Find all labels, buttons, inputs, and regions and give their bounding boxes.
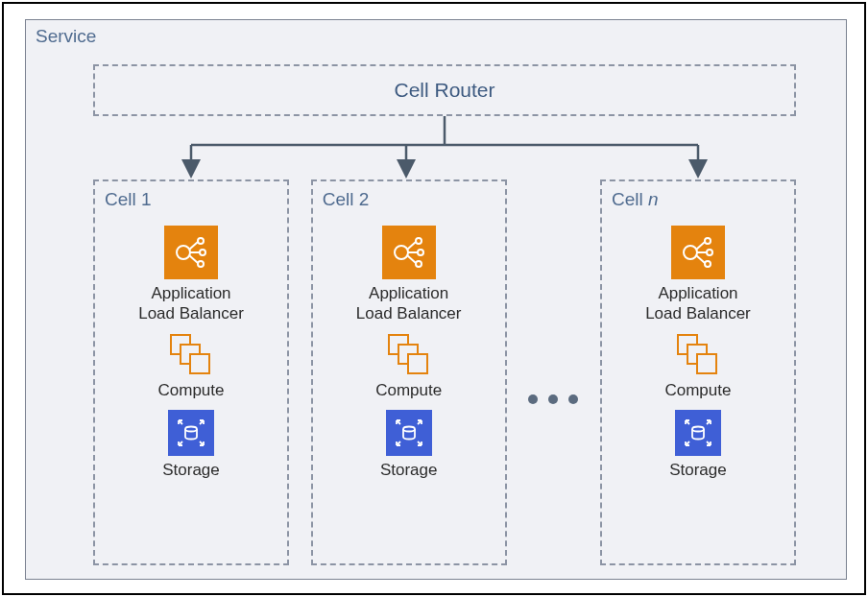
svg-point-21 [684,246,697,259]
svg-point-6 [198,238,204,244]
cell-label-prefix: Cell [612,189,648,209]
svg-line-19 [407,255,416,263]
service-label: Service [36,26,96,47]
cell-label-num: n [648,189,659,209]
storage-icon [386,410,432,456]
alb-label: Application Load Balancer [356,283,462,324]
compute-label: Compute [664,380,731,400]
alb-label-line2: Load Balancer [645,304,751,322]
compute-component: Compute [664,334,731,400]
alb-label-line1: Application [151,284,230,302]
svg-line-27 [696,255,705,263]
svg-line-25 [696,242,705,250]
cell-box-n: Cell n Application Load Balancer Compu [600,179,796,565]
storage-label: Storage [380,460,438,480]
cells-row: Cell 1 Application Load Balancer Compu [93,179,796,571]
alb-label-line1: Application [658,284,737,302]
cell-box-1: Cell 1 Application Load Balancer Compu [93,179,289,565]
svg-point-28 [692,426,704,431]
cell-box-2: Cell 2 Application Load Balancer Compu [311,179,507,565]
compute-label: Compute [375,380,442,400]
svg-point-15 [418,250,423,255]
svg-point-23 [707,250,712,255]
cell-label: Cell 2 [323,189,370,210]
cell-label-prefix: Cell [105,189,141,209]
storage-label: Storage [162,460,220,480]
svg-point-22 [705,238,711,244]
load-balancer-icon [164,226,218,279]
svg-point-14 [416,238,422,244]
alb-label: Application Load Balancer [645,283,751,324]
storage-component: Storage [380,410,438,480]
compute-icon [166,334,216,376]
load-balancer-icon [671,226,725,279]
svg-point-5 [177,246,190,259]
load-balancer-icon [382,226,436,279]
svg-point-7 [200,250,205,255]
compute-icon [384,334,434,376]
cell-label: Cell 1 [105,189,152,210]
compute-component: Compute [158,334,225,400]
compute-icon [673,334,723,376]
compute-label: Compute [158,380,225,400]
svg-line-11 [189,255,198,263]
service-container: Service Cell Router Cell 1 [25,19,847,580]
compute-component: Compute [375,334,442,400]
alb-label: Application Load Balancer [138,283,244,324]
alb-label-line2: Load Balancer [356,304,462,322]
svg-point-13 [395,246,408,259]
svg-point-16 [416,261,422,267]
svg-point-20 [403,426,415,431]
cell-label-num: 1 [141,189,152,209]
svg-line-9 [189,242,198,250]
ellipsis-icon [528,394,578,404]
cell-label: Cell n [612,189,659,210]
svg-line-17 [407,242,416,250]
storage-component: Storage [669,410,727,480]
svg-point-12 [185,426,197,431]
storage-component: Storage [162,410,220,480]
cell-router-label: Cell Router [394,79,494,102]
svg-point-8 [198,261,204,267]
alb-label-line2: Load Balancer [138,304,244,322]
storage-icon [168,410,214,456]
storage-label: Storage [669,460,727,480]
cell-label-num: 2 [359,189,370,209]
diagram-frame: Service Cell Router Cell 1 [2,2,866,595]
svg-point-24 [705,261,711,267]
alb-component: Application Load Balancer [138,226,244,324]
alb-component: Application Load Balancer [645,226,751,324]
storage-icon [675,410,721,456]
cell-router-box: Cell Router [93,64,796,116]
alb-label-line1: Application [369,284,448,302]
alb-component: Application Load Balancer [356,226,462,324]
cell-label-prefix: Cell [323,189,359,209]
